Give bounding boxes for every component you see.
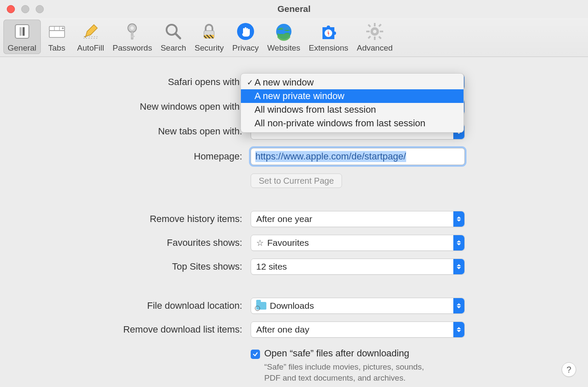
toolbar-privacy[interactable]: Privacy xyxy=(228,20,263,54)
toolbar-label: Search xyxy=(161,43,186,53)
remove-history-select[interactable]: After one year xyxy=(251,211,465,227)
toolbar-extensions[interactable]: Extensions xyxy=(305,20,353,54)
tabs-icon: + xyxy=(47,21,67,42)
checkmark-icon: ✓ xyxy=(245,78,254,87)
svg-rect-7 xyxy=(49,31,65,37)
chevron-updown-icon xyxy=(453,298,464,313)
svg-rect-34 xyxy=(378,24,382,27)
window-title: General xyxy=(0,4,588,14)
help-button[interactable]: ? xyxy=(562,362,576,377)
label-new-tabs-open-with: New tabs open with: xyxy=(30,126,251,137)
chevron-updown-icon xyxy=(453,259,464,274)
svg-rect-12 xyxy=(131,31,133,39)
label-new-windows-open-with: New windows open with: xyxy=(30,101,251,112)
key-icon xyxy=(122,21,142,42)
open-safe-files-checkbox[interactable] xyxy=(251,350,260,359)
chevron-updown-icon xyxy=(453,322,464,337)
toolbar-general[interactable]: General xyxy=(3,20,41,54)
svg-line-15 xyxy=(175,34,180,38)
dropdown-option-label: A new window xyxy=(254,77,314,88)
svg-rect-2 xyxy=(23,27,25,36)
toolbar-security[interactable]: Security xyxy=(190,20,228,54)
puzzle-icon xyxy=(318,21,339,42)
dropdown-option[interactable]: ✓ A new window xyxy=(241,76,464,89)
svg-point-36 xyxy=(373,30,376,33)
svg-rect-30 xyxy=(366,31,370,32)
toolbar-label: Privacy xyxy=(232,43,259,53)
toolbar-label: General xyxy=(8,43,37,53)
switch-icon xyxy=(12,21,32,42)
zoom-window-button[interactable] xyxy=(36,5,44,13)
remove-download-list-value: After one day xyxy=(256,324,453,335)
traffic-lights xyxy=(7,5,44,13)
safari-opens-with-dropdown: ✓ A new window A new private window All … xyxy=(240,73,464,133)
svg-rect-28 xyxy=(374,23,376,26)
dropdown-option-label: A new private window xyxy=(254,91,345,102)
label-favourites-shows: Favourites shows: xyxy=(30,237,251,248)
label-homepage: Homepage: xyxy=(30,151,251,162)
download-location-value: Downloads xyxy=(270,301,314,310)
dropdown-option[interactable]: All non-private windows from last sessio… xyxy=(241,117,464,130)
toolbar-label: Passwords xyxy=(113,43,152,53)
globe-icon xyxy=(274,21,294,42)
minimise-window-button[interactable] xyxy=(21,5,29,13)
svg-rect-35 xyxy=(368,36,371,39)
chevron-updown-icon xyxy=(453,211,464,227)
download-location-select[interactable]: Downloads xyxy=(251,298,465,314)
svg-rect-31 xyxy=(380,31,383,32)
svg-rect-32 xyxy=(368,24,371,27)
homepage-input[interactable] xyxy=(251,148,465,165)
svg-rect-29 xyxy=(374,37,376,40)
svg-rect-1 xyxy=(20,27,22,36)
svg-rect-0 xyxy=(15,25,29,38)
remove-download-list-select[interactable]: After one day xyxy=(251,322,465,338)
dropdown-option-label: All windows from last session xyxy=(254,104,376,115)
pencil-icon xyxy=(80,21,101,42)
toolbar-label: Tabs xyxy=(48,43,65,53)
toolbar-label: Websites xyxy=(267,43,300,53)
toolbar-label: Security xyxy=(195,43,224,53)
close-window-button[interactable] xyxy=(7,5,15,13)
search-icon xyxy=(163,21,184,42)
remove-history-value: After one year xyxy=(256,214,453,224)
toolbar-label: AutoFill xyxy=(77,43,104,53)
label-safari-opens-with: Safari opens with: xyxy=(30,77,251,88)
svg-rect-13 xyxy=(131,36,135,37)
toolbar-autofill[interactable]: AutoFill xyxy=(73,20,108,54)
toolbar-label: Extensions xyxy=(309,43,348,53)
favourites-shows-select[interactable]: Favourites xyxy=(251,235,465,251)
gear-icon xyxy=(365,21,385,42)
chevron-updown-icon xyxy=(453,235,464,250)
toolbar-label: Advanced xyxy=(357,43,393,53)
label-remove-history: Remove history items: xyxy=(30,213,251,225)
open-safe-files-help: “Safe” files include movies, pictures, s… xyxy=(264,361,434,383)
toolbar-search[interactable]: Search xyxy=(156,20,190,54)
titlebar: General xyxy=(0,0,588,18)
svg-marker-8 xyxy=(85,25,97,37)
svg-point-11 xyxy=(130,26,134,30)
toolbar-advanced[interactable]: Advanced xyxy=(353,20,397,54)
dropdown-option[interactable]: A new private window xyxy=(241,89,464,103)
label-remove-download-list: Remove download list items: xyxy=(30,324,251,335)
preferences-toolbar: General + Tabs AutoFill Passwords Search… xyxy=(0,18,588,57)
hand-icon xyxy=(235,21,256,42)
toolbar-websites[interactable]: Websites xyxy=(263,20,305,54)
favourites-value: Favourites xyxy=(267,238,309,248)
lock-icon xyxy=(199,21,219,42)
label-file-download-location: File download location: xyxy=(30,300,251,311)
top-sites-value: 12 sites xyxy=(256,262,453,272)
open-safe-files-label: Open “safe” files after downloading xyxy=(264,348,434,359)
set-to-current-page-button[interactable]: Set to Current Page xyxy=(251,174,342,188)
svg-rect-33 xyxy=(378,36,382,39)
toolbar-passwords[interactable]: Passwords xyxy=(108,20,156,54)
svg-text:+: + xyxy=(62,26,64,31)
top-sites-select[interactable]: 12 sites xyxy=(251,259,465,275)
folder-icon xyxy=(256,302,266,310)
toolbar-tabs[interactable]: + Tabs xyxy=(41,20,73,54)
dropdown-option[interactable]: All windows from last session xyxy=(241,103,464,117)
label-top-sites-shows: Top Sites shows: xyxy=(30,261,251,272)
dropdown-option-label: All non-private windows from last sessio… xyxy=(254,118,425,129)
star-icon xyxy=(256,238,267,248)
